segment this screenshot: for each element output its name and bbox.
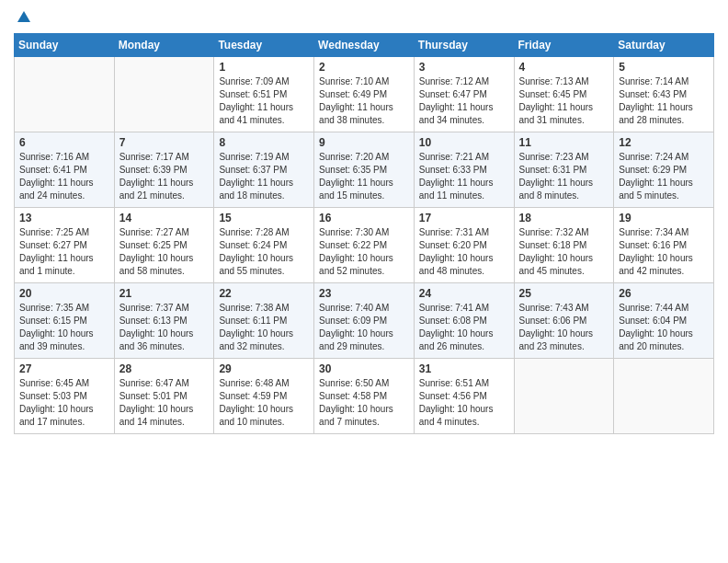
day-info: Sunrise: 7:09 AM Sunset: 6:51 PM Dayligh… bbox=[219, 75, 309, 127]
day-info: Sunrise: 6:47 AM Sunset: 5:01 PM Dayligh… bbox=[119, 377, 210, 429]
day-info: Sunrise: 7:25 AM Sunset: 6:27 PM Dayligh… bbox=[19, 226, 109, 278]
calendar-cell: 23Sunrise: 7:40 AM Sunset: 6:09 PM Dayli… bbox=[314, 283, 415, 359]
day-number: 8 bbox=[219, 136, 309, 149]
calendar-cell: 14Sunrise: 7:27 AM Sunset: 6:25 PM Dayli… bbox=[114, 208, 214, 283]
day-number: 21 bbox=[119, 287, 210, 300]
calendar-cell: 6Sunrise: 7:16 AM Sunset: 6:41 PM Daylig… bbox=[15, 132, 115, 208]
calendar-cell bbox=[114, 57, 214, 132]
day-info: Sunrise: 7:35 AM Sunset: 6:15 PM Dayligh… bbox=[19, 302, 109, 353]
header bbox=[14, 9, 714, 28]
day-number: 10 bbox=[419, 136, 509, 149]
calendar-cell: 3Sunrise: 7:12 AM Sunset: 6:47 PM Daylig… bbox=[414, 57, 514, 132]
day-number: 6 bbox=[19, 136, 109, 149]
day-number: 11 bbox=[519, 136, 609, 149]
day-info: Sunrise: 7:34 AM Sunset: 6:16 PM Dayligh… bbox=[619, 226, 709, 278]
day-info: Sunrise: 6:45 AM Sunset: 5:03 PM Dayligh… bbox=[19, 377, 109, 429]
day-number: 5 bbox=[619, 61, 709, 74]
day-info: Sunrise: 7:37 AM Sunset: 6:13 PM Dayligh… bbox=[119, 302, 210, 353]
day-info: Sunrise: 7:43 AM Sunset: 6:06 PM Dayligh… bbox=[519, 302, 609, 353]
day-number: 27 bbox=[19, 362, 109, 375]
calendar-cell: 4Sunrise: 7:13 AM Sunset: 6:45 PM Daylig… bbox=[514, 57, 614, 132]
day-number: 26 bbox=[619, 287, 709, 300]
calendar-cell bbox=[514, 359, 614, 434]
day-number: 23 bbox=[319, 287, 409, 300]
calendar-cell: 1Sunrise: 7:09 AM Sunset: 6:51 PM Daylig… bbox=[214, 57, 314, 132]
day-number: 4 bbox=[519, 61, 609, 74]
calendar-cell: 2Sunrise: 7:10 AM Sunset: 6:49 PM Daylig… bbox=[314, 57, 415, 132]
day-info: Sunrise: 7:32 AM Sunset: 6:18 PM Dayligh… bbox=[519, 226, 609, 278]
weekday-header-wednesday: Wednesday bbox=[314, 34, 415, 57]
day-info: Sunrise: 7:21 AM Sunset: 6:33 PM Dayligh… bbox=[419, 151, 509, 202]
day-info: Sunrise: 7:20 AM Sunset: 6:35 PM Dayligh… bbox=[319, 151, 409, 202]
day-number: 18 bbox=[519, 212, 609, 224]
weekday-header-friday: Friday bbox=[514, 34, 614, 57]
day-info: Sunrise: 7:19 AM Sunset: 6:37 PM Dayligh… bbox=[219, 151, 309, 202]
calendar-cell: 10Sunrise: 7:21 AM Sunset: 6:33 PM Dayli… bbox=[414, 132, 514, 208]
day-number: 28 bbox=[119, 362, 210, 375]
day-number: 1 bbox=[219, 61, 309, 74]
calendar-cell: 19Sunrise: 7:34 AM Sunset: 6:16 PM Dayli… bbox=[614, 208, 714, 283]
calendar-cell: 7Sunrise: 7:17 AM Sunset: 6:39 PM Daylig… bbox=[114, 132, 214, 208]
day-info: Sunrise: 7:27 AM Sunset: 6:25 PM Dayligh… bbox=[119, 226, 210, 278]
weekday-header-row: SundayMondayTuesdayWednesdayThursdayFrid… bbox=[15, 34, 714, 57]
weekday-header-sunday: Sunday bbox=[15, 34, 115, 57]
day-info: Sunrise: 7:12 AM Sunset: 6:47 PM Dayligh… bbox=[419, 75, 509, 127]
calendar-cell: 31Sunrise: 6:51 AM Sunset: 4:56 PM Dayli… bbox=[414, 359, 514, 434]
calendar-cell: 21Sunrise: 7:37 AM Sunset: 6:13 PM Dayli… bbox=[114, 283, 214, 359]
weekday-header-thursday: Thursday bbox=[414, 34, 514, 57]
weekday-header-tuesday: Tuesday bbox=[214, 34, 314, 57]
weekday-header-saturday: Saturday bbox=[614, 34, 714, 57]
calendar-cell bbox=[614, 359, 714, 434]
calendar-cell: 26Sunrise: 7:44 AM Sunset: 6:04 PM Dayli… bbox=[614, 283, 714, 359]
calendar-week-row: 1Sunrise: 7:09 AM Sunset: 6:51 PM Daylig… bbox=[15, 57, 714, 132]
calendar-cell: 11Sunrise: 7:23 AM Sunset: 6:31 PM Dayli… bbox=[514, 132, 614, 208]
day-info: Sunrise: 7:16 AM Sunset: 6:41 PM Dayligh… bbox=[19, 151, 109, 202]
calendar-week-row: 27Sunrise: 6:45 AM Sunset: 5:03 PM Dayli… bbox=[15, 359, 714, 434]
logo-triangle-icon bbox=[17, 9, 31, 28]
calendar-cell: 24Sunrise: 7:41 AM Sunset: 6:08 PM Dayli… bbox=[414, 283, 514, 359]
day-info: Sunrise: 7:17 AM Sunset: 6:39 PM Dayligh… bbox=[119, 151, 210, 202]
weekday-header-monday: Monday bbox=[114, 34, 214, 57]
day-info: Sunrise: 6:51 AM Sunset: 4:56 PM Dayligh… bbox=[419, 377, 509, 429]
day-info: Sunrise: 7:44 AM Sunset: 6:04 PM Dayligh… bbox=[619, 302, 709, 353]
day-number: 25 bbox=[519, 287, 609, 300]
day-info: Sunrise: 7:41 AM Sunset: 6:08 PM Dayligh… bbox=[419, 302, 509, 353]
calendar-cell: 17Sunrise: 7:31 AM Sunset: 6:20 PM Dayli… bbox=[414, 208, 514, 283]
calendar-cell bbox=[15, 57, 115, 132]
calendar-week-row: 13Sunrise: 7:25 AM Sunset: 6:27 PM Dayli… bbox=[15, 208, 714, 283]
calendar-cell: 22Sunrise: 7:38 AM Sunset: 6:11 PM Dayli… bbox=[214, 283, 314, 359]
day-info: Sunrise: 6:50 AM Sunset: 4:58 PM Dayligh… bbox=[319, 377, 409, 429]
day-number: 30 bbox=[319, 362, 409, 375]
day-number: 12 bbox=[619, 136, 709, 149]
day-number: 19 bbox=[619, 212, 709, 224]
day-number: 31 bbox=[419, 362, 509, 375]
day-number: 29 bbox=[219, 362, 309, 375]
calendar-cell: 18Sunrise: 7:32 AM Sunset: 6:18 PM Dayli… bbox=[514, 208, 614, 283]
page: SundayMondayTuesdayWednesdayThursdayFrid… bbox=[0, 0, 728, 563]
calendar-cell: 27Sunrise: 6:45 AM Sunset: 5:03 PM Dayli… bbox=[15, 359, 115, 434]
day-info: Sunrise: 7:30 AM Sunset: 6:22 PM Dayligh… bbox=[319, 226, 409, 278]
calendar-cell: 12Sunrise: 7:24 AM Sunset: 6:29 PM Dayli… bbox=[614, 132, 714, 208]
day-info: Sunrise: 7:38 AM Sunset: 6:11 PM Dayligh… bbox=[219, 302, 309, 353]
calendar-cell: 15Sunrise: 7:28 AM Sunset: 6:24 PM Dayli… bbox=[214, 208, 314, 283]
day-info: Sunrise: 7:14 AM Sunset: 6:43 PM Dayligh… bbox=[619, 75, 709, 127]
calendar-cell: 25Sunrise: 7:43 AM Sunset: 6:06 PM Dayli… bbox=[514, 283, 614, 359]
day-info: Sunrise: 7:13 AM Sunset: 6:45 PM Dayligh… bbox=[519, 75, 609, 127]
calendar-table: SundayMondayTuesdayWednesdayThursdayFrid… bbox=[14, 33, 714, 434]
day-number: 22 bbox=[219, 287, 309, 300]
day-info: Sunrise: 7:28 AM Sunset: 6:24 PM Dayligh… bbox=[219, 226, 309, 278]
calendar-cell: 8Sunrise: 7:19 AM Sunset: 6:37 PM Daylig… bbox=[214, 132, 314, 208]
day-number: 17 bbox=[419, 212, 509, 224]
calendar-cell: 30Sunrise: 6:50 AM Sunset: 4:58 PM Dayli… bbox=[314, 359, 415, 434]
calendar-cell: 9Sunrise: 7:20 AM Sunset: 6:35 PM Daylig… bbox=[314, 132, 415, 208]
calendar-cell: 20Sunrise: 7:35 AM Sunset: 6:15 PM Dayli… bbox=[15, 283, 115, 359]
day-number: 2 bbox=[319, 61, 409, 74]
day-number: 13 bbox=[19, 212, 109, 224]
calendar-cell: 13Sunrise: 7:25 AM Sunset: 6:27 PM Dayli… bbox=[15, 208, 115, 283]
calendar-week-row: 6Sunrise: 7:16 AM Sunset: 6:41 PM Daylig… bbox=[15, 132, 714, 208]
day-number: 24 bbox=[419, 287, 509, 300]
day-number: 15 bbox=[219, 212, 309, 224]
calendar-cell: 28Sunrise: 6:47 AM Sunset: 5:01 PM Dayli… bbox=[114, 359, 214, 434]
day-number: 9 bbox=[319, 136, 409, 149]
day-info: Sunrise: 7:40 AM Sunset: 6:09 PM Dayligh… bbox=[319, 302, 409, 353]
